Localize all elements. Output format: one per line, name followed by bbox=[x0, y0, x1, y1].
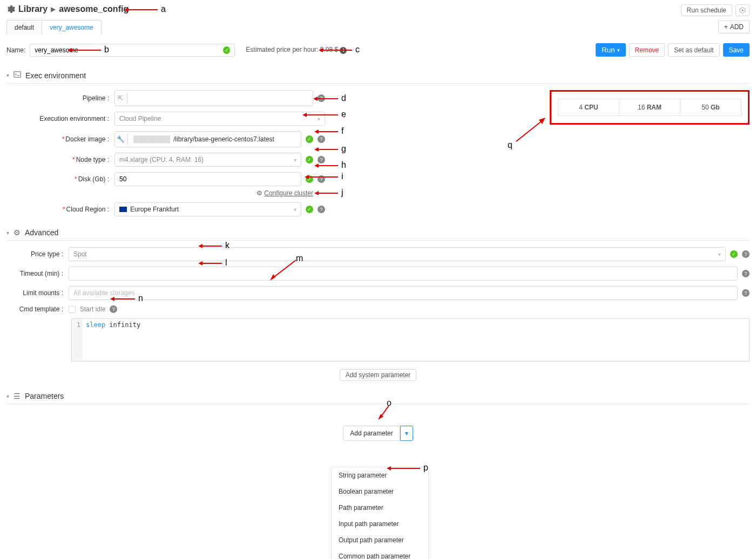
limit-mounts-input[interactable]: All available storages bbox=[69, 286, 738, 300]
add-parameter-dropdown-toggle[interactable]: ▾ bbox=[400, 426, 413, 441]
pipeline-input[interactable]: ⇱ bbox=[114, 90, 313, 106]
check-icon: ✓ bbox=[730, 250, 738, 258]
chevron-right-icon: ▶ bbox=[51, 5, 56, 13]
plus-icon: + bbox=[724, 23, 728, 31]
cpu-cell: 4 CPU bbox=[558, 99, 619, 115]
docker-label: *Docker image : bbox=[6, 135, 114, 143]
help-icon[interactable]: ? bbox=[318, 175, 325, 183]
breadcrumb-config: awesome_config bbox=[59, 4, 129, 14]
help-icon[interactable]: ? bbox=[742, 270, 750, 277]
tool-icon: 🔧 bbox=[117, 134, 128, 145]
help-icon[interactable]: ? bbox=[318, 156, 325, 163]
menu-item-boolean[interactable]: Boolean parameter bbox=[332, 483, 428, 500]
add-parameter-button[interactable]: Add parameter bbox=[343, 426, 400, 441]
parameter-type-dropdown: String parameter Boolean parameter Path … bbox=[332, 467, 429, 559]
tab-very-awesome[interactable]: very_awesome bbox=[42, 20, 102, 35]
menu-item-input-path[interactable]: Input path parameter bbox=[332, 516, 428, 532]
gear-icon bbox=[6, 5, 15, 13]
flag-icon bbox=[119, 207, 127, 212]
run-button[interactable]: Run▾ bbox=[596, 43, 625, 57]
add-tab-button[interactable]: + ADD bbox=[718, 21, 750, 33]
help-icon[interactable]: ? bbox=[742, 289, 750, 297]
help-icon[interactable]: ? bbox=[318, 135, 325, 143]
cmd-template-editor[interactable]: 1 sleep infinity bbox=[71, 318, 750, 362]
disk-input[interactable] bbox=[114, 172, 301, 186]
help-icon[interactable]: ? bbox=[110, 305, 117, 313]
start-idle-label: Start idle bbox=[80, 305, 105, 313]
chevron-down-icon: ▾ bbox=[6, 393, 9, 399]
name-input[interactable] bbox=[35, 46, 223, 54]
parameters-section-header[interactable]: ▾ ☰ Parameters bbox=[6, 388, 750, 404]
chevron-down-icon: ▾ bbox=[6, 72, 9, 78]
svg-rect-1 bbox=[14, 72, 21, 78]
chevron-down-icon: ▾ bbox=[6, 230, 9, 236]
menu-item-string[interactable]: String parameter bbox=[332, 467, 428, 483]
check-icon: ✓ bbox=[306, 135, 313, 143]
region-select[interactable]: Europe Frankfurt▾ bbox=[114, 202, 301, 216]
breadcrumb: Library ▶ awesome_config bbox=[6, 4, 750, 14]
ram-cell: 16 RAM bbox=[619, 99, 680, 115]
gear-icon: ⚙ bbox=[256, 189, 262, 197]
menu-item-path[interactable]: Path parameter bbox=[332, 500, 428, 516]
breadcrumb-library[interactable]: Library bbox=[18, 4, 48, 14]
set-default-button[interactable]: Set as default bbox=[668, 43, 719, 57]
help-icon[interactable]: ? bbox=[742, 250, 750, 258]
timeout-input[interactable] bbox=[69, 267, 738, 281]
tab-default[interactable]: default bbox=[6, 20, 42, 35]
help-icon[interactable]: ? bbox=[318, 94, 325, 102]
resource-summary: 4 CPU 16 RAM 50 Gb bbox=[550, 90, 750, 125]
help-icon[interactable]: ? bbox=[318, 206, 325, 213]
check-icon: ✓ bbox=[306, 156, 313, 163]
check-icon: ✓ bbox=[306, 175, 313, 183]
chevron-down-icon: ▾ bbox=[617, 47, 620, 53]
price-type-select[interactable]: Spot▾ bbox=[69, 247, 726, 261]
name-input-wrap: ✓ bbox=[30, 44, 235, 57]
save-button[interactable]: Save bbox=[723, 43, 750, 57]
check-icon: ✓ bbox=[223, 46, 230, 54]
config-tabs: default very_awesome bbox=[6, 19, 102, 35]
exec-section-header[interactable]: ▾ Exec environment bbox=[6, 67, 750, 84]
cmd-template-label: Cmd template : bbox=[6, 305, 69, 313]
terminal-icon bbox=[14, 71, 21, 80]
info-icon[interactable]: i bbox=[340, 47, 347, 54]
env-label: Execution environment : bbox=[6, 115, 114, 122]
remove-button[interactable]: Remove bbox=[629, 43, 665, 57]
configure-cluster-link[interactable]: Configure cluster bbox=[264, 189, 313, 197]
limit-mounts-label: Limit mounts : bbox=[6, 289, 69, 297]
gear-icon: ⚙ bbox=[14, 228, 21, 237]
region-label: *Cloud Region : bbox=[6, 206, 114, 213]
disk-label: *Disk (Gb) : bbox=[6, 175, 114, 183]
disk-cell: 50 Gb bbox=[680, 99, 741, 115]
start-idle-checkbox[interactable] bbox=[69, 306, 76, 313]
svg-point-0 bbox=[742, 10, 744, 11]
node-select[interactable]: m4.xlarge (CPU: 4, RAM: 16)▾ bbox=[114, 153, 301, 167]
check-icon: ✓ bbox=[306, 206, 313, 213]
menu-item-common-path[interactable]: Common path parameter bbox=[332, 548, 428, 559]
env-select[interactable]: Cloud Pipeline▾ bbox=[114, 112, 325, 126]
node-label: *Node type : bbox=[6, 156, 114, 163]
list-icon: ☰ bbox=[14, 392, 21, 400]
timeout-label: Timeout (min) : bbox=[6, 270, 69, 277]
pipeline-label: Pipeline : bbox=[6, 94, 114, 102]
menu-item-output-path[interactable]: Output path parameter bbox=[332, 532, 428, 548]
name-label: Name: bbox=[6, 46, 25, 54]
open-icon: ⇱ bbox=[117, 93, 127, 104]
add-system-parameter-button[interactable]: Add system parameter bbox=[340, 369, 417, 381]
advanced-section-header[interactable]: ▾ ⚙ Advanced bbox=[6, 225, 750, 241]
docker-input[interactable]: 🔧████████/library/base-generic-centos7:l… bbox=[114, 131, 301, 147]
run-schedule-button[interactable]: Run schedule bbox=[681, 4, 732, 16]
price-label: Estimated price per hour: 0.08 $ i bbox=[246, 46, 347, 54]
settings-icon-button[interactable] bbox=[735, 4, 750, 16]
price-type-label: Price type : bbox=[6, 250, 69, 258]
